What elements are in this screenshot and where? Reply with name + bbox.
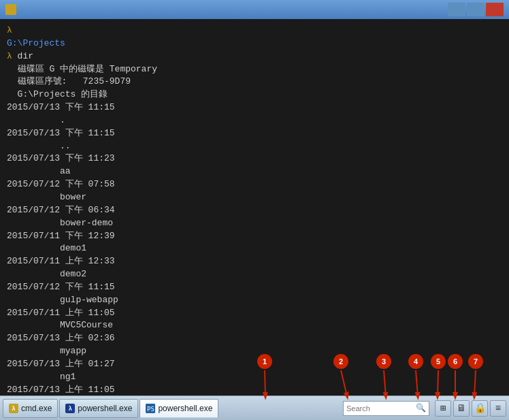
taskbar-icon-6[interactable]: 🔒: [472, 400, 488, 417]
taskbar-icons: ⊞🖥🔒≡: [435, 400, 506, 417]
search-icon[interactable]: 🔍: [416, 403, 426, 413]
cmd-icon: λ: [9, 404, 18, 413]
tab-ps2[interactable]: PSpowershell.exe: [139, 399, 218, 418]
ps2-icon: PS: [146, 404, 155, 413]
taskbar-icon-7[interactable]: ≡: [490, 400, 506, 417]
tab-cmd[interactable]: λcmd.exe: [3, 399, 58, 418]
search-input[interactable]: [346, 404, 414, 413]
minimize-button[interactable]: [448, 3, 465, 16]
app-icon: [5, 4, 16, 15]
tab-label: powershell.exe: [78, 404, 132, 413]
search-box: 🔍: [343, 401, 429, 416]
tab-label: cmd.exe: [21, 404, 52, 413]
terminal-area: λG:\Projectsλ dir 磁碟區 G 中的磁碟是 Temporary …: [0, 19, 509, 395]
taskbar-icon-4[interactable]: ⊞: [435, 400, 451, 417]
svg-text:PS: PS: [147, 406, 154, 413]
taskbar-icon-5[interactable]: 🖥: [453, 400, 470, 417]
maximize-button[interactable]: [467, 3, 485, 16]
window-controls: [448, 3, 504, 16]
title-bar: [0, 0, 509, 19]
tab-ps1[interactable]: λpowershell.exe: [59, 399, 138, 418]
taskbar: λcmd.exeλpowershell.exePSpowershell.exe🔍…: [0, 395, 509, 420]
tab-label: powershell.exe: [158, 404, 212, 413]
ps-icon: λ: [65, 404, 75, 413]
close-button[interactable]: [486, 3, 504, 16]
